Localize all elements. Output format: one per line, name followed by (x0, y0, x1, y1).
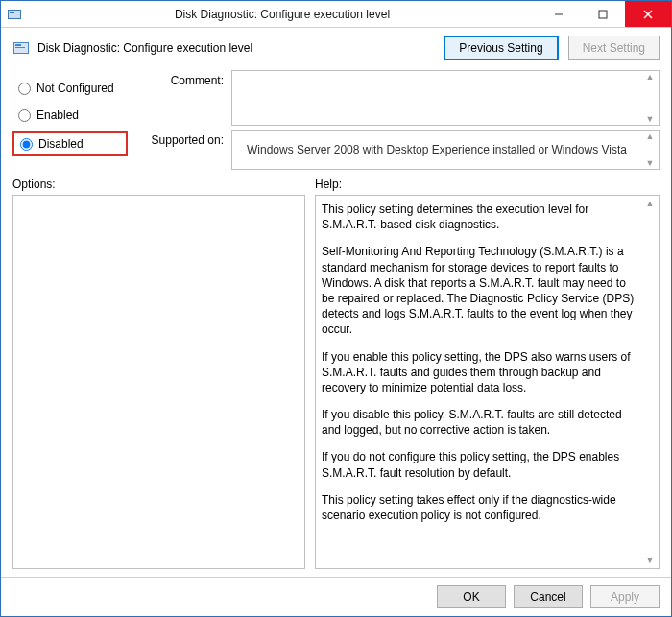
lower-pane: This policy setting determines the execu… (1, 195, 671, 577)
scroll-up-icon[interactable]: ▲ (642, 131, 658, 141)
titlebar[interactable]: Disk Diagnostic: Configure execution lev… (1, 1, 671, 28)
cancel-button[interactable]: Cancel (514, 585, 583, 608)
radio-label: Disabled (38, 137, 84, 151)
section-labels: Options: Help: (1, 178, 671, 195)
window-controls (537, 1, 671, 27)
scroll-up-icon[interactable]: ▲ (642, 198, 658, 209)
options-panel[interactable] (12, 195, 305, 569)
supported-label: Supported on: (137, 130, 224, 147)
window-title: Disk Diagnostic: Configure execution lev… (28, 8, 537, 21)
previous-setting-button[interactable]: Previous Setting (444, 36, 558, 60)
svg-rect-4 (599, 11, 607, 18)
help-paragraph: If you do not configure this policy sett… (322, 449, 641, 480)
scroll-down-icon[interactable]: ▼ (642, 158, 658, 168)
upper-pane: Not Configured Enabled Disabled Comment:… (1, 66, 671, 178)
app-icon (7, 7, 22, 22)
supported-on-value: Windows Server 2008 with Desktop Experie… (247, 143, 627, 156)
comment-row: Comment: ▲ ▼ (137, 70, 660, 126)
maximize-button[interactable] (581, 1, 625, 27)
help-paragraph: This policy setting determines the execu… (322, 202, 641, 232)
radio-enabled[interactable]: Enabled (12, 105, 128, 126)
subheader-title: Disk Diagnostic: Configure execution lev… (37, 41, 252, 55)
scroll-up-icon[interactable]: ▲ (642, 72, 658, 82)
scrollbar[interactable]: ▲ ▼ (642, 72, 658, 124)
minimize-button[interactable] (537, 1, 581, 27)
scroll-down-icon[interactable]: ▼ (642, 555, 658, 566)
options-label: Options: (12, 178, 305, 191)
comment-textarea[interactable]: ▲ ▼ (231, 70, 660, 126)
help-label: Help: (315, 178, 342, 191)
help-paragraph: This policy setting takes effect only if… (322, 492, 641, 523)
radio-disabled[interactable]: Disabled (12, 131, 128, 156)
ok-button[interactable]: OK (437, 585, 506, 608)
subheader: Disk Diagnostic: Configure execution lev… (1, 28, 671, 66)
dialog-footer: OK Cancel Apply (1, 577, 671, 616)
policy-icon (12, 39, 30, 57)
svg-rect-2 (10, 12, 14, 13)
radio-not-configured-input[interactable] (18, 83, 31, 95)
close-button[interactable] (625, 1, 671, 27)
supported-row: Supported on: Windows Server 2008 with D… (137, 130, 660, 170)
radio-label: Enabled (36, 108, 79, 122)
scrollbar[interactable]: ▲ ▼ (642, 131, 658, 168)
state-radio-group: Not Configured Enabled Disabled (12, 70, 128, 170)
radio-label: Not Configured (36, 82, 114, 95)
radio-enabled-input[interactable] (18, 109, 31, 122)
setting-nav: Previous Setting Next Setting (444, 36, 660, 60)
apply-button[interactable]: Apply (590, 585, 660, 608)
help-panel[interactable]: This policy setting determines the execu… (315, 195, 660, 569)
help-paragraph: Self-Monitoring And Reporting Technology… (322, 244, 641, 337)
supported-on-box: Windows Server 2008 with Desktop Experie… (231, 130, 660, 170)
scrollbar[interactable]: ▲ ▼ (642, 198, 658, 566)
help-paragraph: If you disable this policy, S.M.A.R.T. f… (322, 407, 641, 438)
scroll-down-icon[interactable]: ▼ (642, 114, 658, 124)
window-frame: Disk Diagnostic: Configure execution lev… (0, 0, 672, 617)
svg-rect-9 (15, 44, 21, 46)
radio-disabled-input[interactable] (20, 138, 33, 151)
fields-column: Comment: ▲ ▼ Supported on: Windows Serve… (137, 70, 660, 170)
comment-label: Comment: (137, 70, 224, 87)
svg-rect-10 (15, 47, 25, 48)
help-paragraph: If you enable this policy setting, the D… (322, 349, 641, 396)
next-setting-button[interactable]: Next Setting (568, 36, 660, 60)
radio-not-configured[interactable]: Not Configured (12, 78, 128, 99)
